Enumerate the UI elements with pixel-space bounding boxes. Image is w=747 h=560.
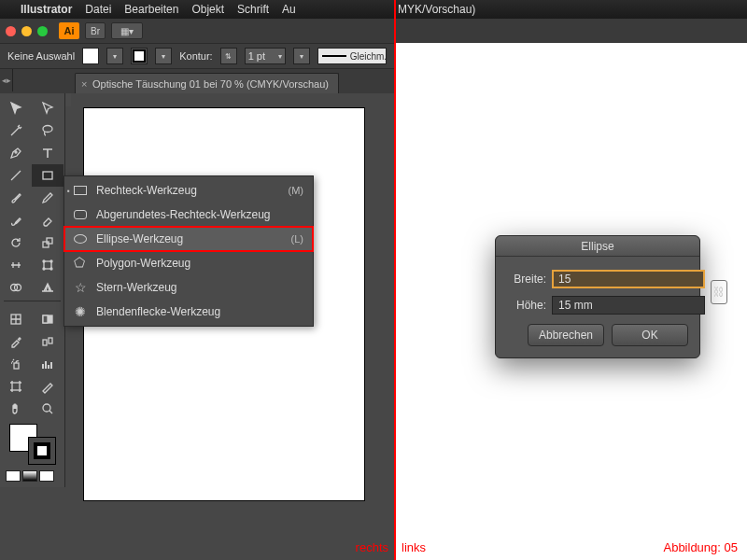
lasso-tool[interactable] (32, 119, 63, 142)
stroke-swatch-icon[interactable] (28, 437, 56, 465)
color-mode-none[interactable] (39, 470, 54, 482)
bridge-button[interactable]: Br (85, 22, 106, 39)
panel-toggle[interactable]: ◂▸ (0, 69, 13, 91)
window-controls (6, 26, 48, 36)
flyout-stern[interactable]: Stern-Werkzeug (64, 275, 313, 300)
svg-rect-14 (43, 315, 48, 323)
fill-color-swatch[interactable] (82, 48, 99, 64)
direct-selection-tool[interactable] (32, 97, 63, 119)
close-tab-icon[interactable]: × (81, 78, 87, 90)
star-icon (74, 281, 87, 294)
svg-point-1 (15, 151, 17, 153)
stroke-style-display[interactable]: Gleichm. (317, 48, 387, 64)
mesh-tool[interactable] (0, 308, 32, 330)
svg-point-9 (50, 268, 52, 270)
app-name[interactable]: Illustrator (21, 3, 72, 16)
hand-tool[interactable] (0, 398, 32, 420)
svg-rect-4 (47, 238, 52, 244)
blend-tool[interactable] (32, 330, 63, 353)
svg-rect-3 (43, 242, 49, 247)
eraser-tool[interactable] (32, 209, 63, 231)
pencil-tool[interactable] (32, 187, 63, 209)
gradient-tool[interactable] (32, 308, 63, 330)
stroke-color-swatch[interactable] (131, 48, 148, 64)
stroke-dropdown[interactable]: ▾ (155, 48, 172, 64)
menu-bearbeiten[interactable]: Bearbeiten (124, 3, 178, 16)
flyout-ellipse[interactable]: Ellipse-Werkzeug (L) (64, 227, 313, 251)
scale-tool[interactable] (32, 231, 63, 254)
flyout-blendenflecke[interactable]: Blendenflecke-Werkzeug (64, 300, 313, 324)
width-label: Breite: (507, 273, 546, 286)
rotate-tool[interactable] (0, 231, 32, 254)
app-chrome: Ai Br ▦▾ (0, 19, 394, 43)
symbol-sprayer-tool[interactable] (0, 353, 32, 375)
menu-truncated[interactable]: Au (282, 3, 296, 16)
zoom-window-icon[interactable] (37, 26, 48, 36)
eyedropper-tool[interactable] (0, 330, 32, 353)
zoom-tool[interactable] (32, 398, 63, 420)
rectangle-tool[interactable] (32, 164, 63, 187)
color-mode-row (0, 469, 64, 487)
flyout-item-label: Stern-Werkzeug (96, 281, 176, 294)
flare-icon (74, 305, 87, 318)
link-dimensions-icon[interactable]: ⛓ (711, 280, 727, 304)
toolbox (0, 93, 65, 487)
menu-objekt[interactable]: Objekt (191, 3, 224, 16)
type-tool[interactable] (32, 142, 63, 164)
artboard-tool[interactable] (0, 375, 32, 398)
right-menubar-fragment: MYK/Vorschau) (394, 0, 747, 19)
selection-status: Keine Auswahl (7, 50, 75, 62)
magic-wand-tool[interactable] (0, 119, 32, 142)
svg-rect-18 (12, 383, 20, 390)
stroke-profile-dropdown[interactable]: ▾ (293, 48, 310, 64)
fill-stroke-control[interactable] (9, 424, 56, 465)
toolbox-grabber[interactable] (65, 93, 71, 106)
color-mode-gradient[interactable] (22, 470, 37, 482)
menu-schrift[interactable]: Schrift (237, 3, 269, 16)
document-tab[interactable]: × Optische Täuschung 01 bei 70 % (CMYK/V… (75, 73, 339, 93)
paintbrush-tool[interactable] (0, 187, 32, 209)
label-rechts: rechts (356, 540, 388, 554)
svg-rect-17 (14, 363, 19, 369)
arrange-documents-button[interactable]: ▦▾ (111, 22, 143, 39)
label-links: links (402, 540, 426, 554)
fill-dropdown[interactable]: ▾ (106, 48, 123, 64)
svg-rect-16 (49, 338, 52, 343)
right-tab-strip (394, 19, 747, 43)
menu-datei[interactable]: Datei (85, 3, 111, 16)
stroke-width-input[interactable]: 1 pt▾ (245, 48, 286, 64)
shape-builder-tool[interactable] (0, 276, 32, 299)
free-transform-tool[interactable] (32, 254, 63, 276)
flyout-rechteck[interactable]: Rechteck-Werkzeug (M) (64, 178, 313, 203)
minimize-window-icon[interactable] (21, 26, 32, 36)
flyout-polygon[interactable]: Polygon-Werkzeug (64, 251, 313, 275)
height-input[interactable] (552, 296, 705, 315)
polygon-icon (74, 258, 87, 269)
flyout-item-label: Abgerundetes-Rechteck-Werkzeug (96, 208, 271, 221)
cancel-button[interactable]: Abbrechen (528, 324, 604, 346)
rounded-rectangle-icon (74, 210, 87, 219)
svg-point-0 (43, 126, 52, 133)
slice-tool[interactable] (32, 375, 63, 398)
selection-tool[interactable] (0, 97, 32, 119)
flyout-item-label: Rechteck-Werkzeug (96, 184, 197, 197)
width-tool[interactable] (0, 254, 32, 276)
mac-menu-bar: Illustrator Datei Bearbeiten Objekt Schr… (0, 0, 394, 19)
document-tab-label: Optische Täuschung 01 bei 70 % (CMYK/Vor… (92, 78, 329, 90)
label-abbildung: Abbildung: 05 (663, 540, 738, 554)
flyout-item-label: Polygon-Werkzeug (96, 257, 190, 270)
pen-tool[interactable] (0, 142, 32, 164)
flyout-abgerundetes-rechteck[interactable]: Abgerundetes-Rechteck-Werkzeug (64, 203, 313, 227)
line-segment-tool[interactable] (0, 164, 32, 187)
height-label: Höhe: (507, 299, 546, 312)
stroke-stepper[interactable]: ⇅ (220, 48, 237, 64)
column-graph-tool[interactable] (32, 353, 63, 375)
color-mode-solid[interactable] (6, 470, 21, 482)
close-window-icon[interactable] (6, 26, 16, 36)
perspective-grid-tool[interactable] (32, 276, 63, 299)
blob-brush-tool[interactable] (0, 209, 32, 231)
ok-button[interactable]: OK (612, 324, 688, 346)
svg-point-6 (43, 260, 45, 262)
width-input[interactable] (552, 270, 705, 288)
ellipse-icon (74, 234, 87, 244)
